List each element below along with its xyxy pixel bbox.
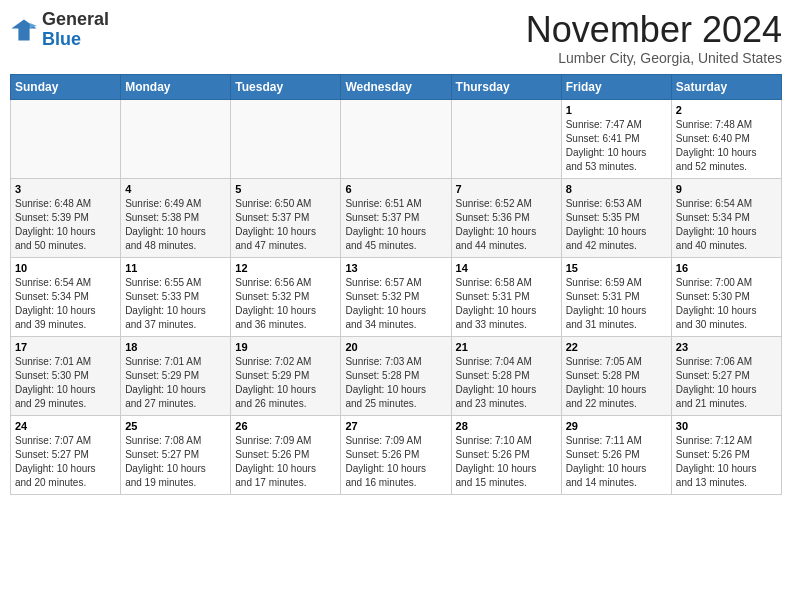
calendar-cell: 3Sunrise: 6:48 AM Sunset: 5:39 PM Daylig… — [11, 178, 121, 257]
calendar-cell: 16Sunrise: 7:00 AM Sunset: 5:30 PM Dayli… — [671, 257, 781, 336]
weekday-header-saturday: Saturday — [671, 74, 781, 99]
day-number: 26 — [235, 420, 336, 432]
day-number: 11 — [125, 262, 226, 274]
calendar-cell — [341, 99, 451, 178]
day-info: Sunrise: 7:47 AM Sunset: 6:41 PM Dayligh… — [566, 118, 667, 174]
day-number: 22 — [566, 341, 667, 353]
month-title: November 2024 — [526, 10, 782, 50]
calendar-cell: 17Sunrise: 7:01 AM Sunset: 5:30 PM Dayli… — [11, 336, 121, 415]
day-number: 3 — [15, 183, 116, 195]
day-info: Sunrise: 7:03 AM Sunset: 5:28 PM Dayligh… — [345, 355, 446, 411]
day-number: 27 — [345, 420, 446, 432]
logo-bird-icon — [10, 16, 38, 44]
calendar-cell: 13Sunrise: 6:57 AM Sunset: 5:32 PM Dayli… — [341, 257, 451, 336]
calendar-cell: 21Sunrise: 7:04 AM Sunset: 5:28 PM Dayli… — [451, 336, 561, 415]
day-info: Sunrise: 7:12 AM Sunset: 5:26 PM Dayligh… — [676, 434, 777, 490]
day-info: Sunrise: 6:50 AM Sunset: 5:37 PM Dayligh… — [235, 197, 336, 253]
weekday-header-monday: Monday — [121, 74, 231, 99]
day-info: Sunrise: 6:57 AM Sunset: 5:32 PM Dayligh… — [345, 276, 446, 332]
calendar-cell: 15Sunrise: 6:59 AM Sunset: 5:31 PM Dayli… — [561, 257, 671, 336]
day-number: 6 — [345, 183, 446, 195]
day-info: Sunrise: 6:54 AM Sunset: 5:34 PM Dayligh… — [676, 197, 777, 253]
day-info: Sunrise: 6:56 AM Sunset: 5:32 PM Dayligh… — [235, 276, 336, 332]
calendar-cell: 12Sunrise: 6:56 AM Sunset: 5:32 PM Dayli… — [231, 257, 341, 336]
day-number: 7 — [456, 183, 557, 195]
calendar-cell: 7Sunrise: 6:52 AM Sunset: 5:36 PM Daylig… — [451, 178, 561, 257]
logo-blue: Blue — [42, 29, 81, 49]
calendar-cell: 28Sunrise: 7:10 AM Sunset: 5:26 PM Dayli… — [451, 415, 561, 494]
day-number: 13 — [345, 262, 446, 274]
day-number: 15 — [566, 262, 667, 274]
day-number: 21 — [456, 341, 557, 353]
day-number: 18 — [125, 341, 226, 353]
calendar-header-row: SundayMondayTuesdayWednesdayThursdayFrid… — [11, 74, 782, 99]
day-number: 23 — [676, 341, 777, 353]
calendar-cell: 5Sunrise: 6:50 AM Sunset: 5:37 PM Daylig… — [231, 178, 341, 257]
day-number: 16 — [676, 262, 777, 274]
calendar-week-row: 24Sunrise: 7:07 AM Sunset: 5:27 PM Dayli… — [11, 415, 782, 494]
day-number: 4 — [125, 183, 226, 195]
day-info: Sunrise: 7:02 AM Sunset: 5:29 PM Dayligh… — [235, 355, 336, 411]
day-number: 29 — [566, 420, 667, 432]
weekday-header-friday: Friday — [561, 74, 671, 99]
day-info: Sunrise: 7:01 AM Sunset: 5:29 PM Dayligh… — [125, 355, 226, 411]
calendar-week-row: 17Sunrise: 7:01 AM Sunset: 5:30 PM Dayli… — [11, 336, 782, 415]
calendar-cell: 11Sunrise: 6:55 AM Sunset: 5:33 PM Dayli… — [121, 257, 231, 336]
day-info: Sunrise: 6:51 AM Sunset: 5:37 PM Dayligh… — [345, 197, 446, 253]
day-number: 5 — [235, 183, 336, 195]
day-number: 25 — [125, 420, 226, 432]
day-info: Sunrise: 6:58 AM Sunset: 5:31 PM Dayligh… — [456, 276, 557, 332]
calendar-cell: 6Sunrise: 6:51 AM Sunset: 5:37 PM Daylig… — [341, 178, 451, 257]
calendar-cell: 23Sunrise: 7:06 AM Sunset: 5:27 PM Dayli… — [671, 336, 781, 415]
weekday-header-wednesday: Wednesday — [341, 74, 451, 99]
day-info: Sunrise: 7:09 AM Sunset: 5:26 PM Dayligh… — [345, 434, 446, 490]
calendar-cell: 10Sunrise: 6:54 AM Sunset: 5:34 PM Dayli… — [11, 257, 121, 336]
day-number: 24 — [15, 420, 116, 432]
calendar-cell: 4Sunrise: 6:49 AM Sunset: 5:38 PM Daylig… — [121, 178, 231, 257]
calendar-week-row: 3Sunrise: 6:48 AM Sunset: 5:39 PM Daylig… — [11, 178, 782, 257]
day-info: Sunrise: 7:10 AM Sunset: 5:26 PM Dayligh… — [456, 434, 557, 490]
logo: General Blue — [10, 10, 109, 50]
day-number: 28 — [456, 420, 557, 432]
day-info: Sunrise: 6:53 AM Sunset: 5:35 PM Dayligh… — [566, 197, 667, 253]
calendar-cell: 18Sunrise: 7:01 AM Sunset: 5:29 PM Dayli… — [121, 336, 231, 415]
calendar-cell: 19Sunrise: 7:02 AM Sunset: 5:29 PM Dayli… — [231, 336, 341, 415]
day-info: Sunrise: 7:05 AM Sunset: 5:28 PM Dayligh… — [566, 355, 667, 411]
title-block: November 2024 Lumber City, Georgia, Unit… — [526, 10, 782, 66]
calendar-cell: 1Sunrise: 7:47 AM Sunset: 6:41 PM Daylig… — [561, 99, 671, 178]
day-info: Sunrise: 7:08 AM Sunset: 5:27 PM Dayligh… — [125, 434, 226, 490]
day-info: Sunrise: 7:06 AM Sunset: 5:27 PM Dayligh… — [676, 355, 777, 411]
day-number: 9 — [676, 183, 777, 195]
calendar-cell — [451, 99, 561, 178]
calendar-cell: 22Sunrise: 7:05 AM Sunset: 5:28 PM Dayli… — [561, 336, 671, 415]
weekday-header-thursday: Thursday — [451, 74, 561, 99]
calendar-week-row: 10Sunrise: 6:54 AM Sunset: 5:34 PM Dayli… — [11, 257, 782, 336]
day-info: Sunrise: 7:01 AM Sunset: 5:30 PM Dayligh… — [15, 355, 116, 411]
calendar-cell — [231, 99, 341, 178]
day-info: Sunrise: 7:04 AM Sunset: 5:28 PM Dayligh… — [456, 355, 557, 411]
day-info: Sunrise: 7:11 AM Sunset: 5:26 PM Dayligh… — [566, 434, 667, 490]
calendar-cell — [121, 99, 231, 178]
logo-general: General — [42, 9, 109, 29]
logo-text: General Blue — [42, 10, 109, 50]
calendar-cell: 8Sunrise: 6:53 AM Sunset: 5:35 PM Daylig… — [561, 178, 671, 257]
calendar-cell: 30Sunrise: 7:12 AM Sunset: 5:26 PM Dayli… — [671, 415, 781, 494]
calendar-cell: 29Sunrise: 7:11 AM Sunset: 5:26 PM Dayli… — [561, 415, 671, 494]
calendar-cell: 14Sunrise: 6:58 AM Sunset: 5:31 PM Dayli… — [451, 257, 561, 336]
day-number: 12 — [235, 262, 336, 274]
day-number: 8 — [566, 183, 667, 195]
weekday-header-tuesday: Tuesday — [231, 74, 341, 99]
day-info: Sunrise: 7:48 AM Sunset: 6:40 PM Dayligh… — [676, 118, 777, 174]
day-info: Sunrise: 7:07 AM Sunset: 5:27 PM Dayligh… — [15, 434, 116, 490]
calendar-cell: 9Sunrise: 6:54 AM Sunset: 5:34 PM Daylig… — [671, 178, 781, 257]
day-number: 30 — [676, 420, 777, 432]
weekday-header-sunday: Sunday — [11, 74, 121, 99]
day-number: 17 — [15, 341, 116, 353]
calendar-table: SundayMondayTuesdayWednesdayThursdayFrid… — [10, 74, 782, 495]
calendar-cell: 2Sunrise: 7:48 AM Sunset: 6:40 PM Daylig… — [671, 99, 781, 178]
day-number: 19 — [235, 341, 336, 353]
location: Lumber City, Georgia, United States — [526, 50, 782, 66]
day-info: Sunrise: 6:59 AM Sunset: 5:31 PM Dayligh… — [566, 276, 667, 332]
day-info: Sunrise: 6:52 AM Sunset: 5:36 PM Dayligh… — [456, 197, 557, 253]
day-info: Sunrise: 6:48 AM Sunset: 5:39 PM Dayligh… — [15, 197, 116, 253]
